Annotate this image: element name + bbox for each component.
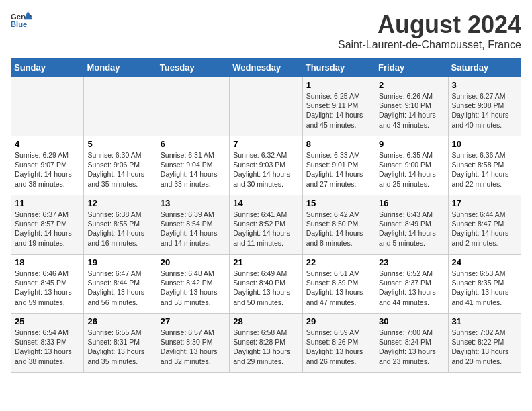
day-number: 15	[306, 198, 371, 208]
day-info: Sunrise: 6:39 AM Sunset: 8:54 PM Dayligh…	[161, 210, 226, 248]
day-info: Sunrise: 6:36 AM Sunset: 8:58 PM Dayligh…	[452, 150, 517, 189]
calendar-cell: 4Sunrise: 6:29 AM Sunset: 9:07 PM Daylig…	[11, 136, 84, 195]
calendar-cell: 25Sunrise: 6:54 AM Sunset: 8:33 PM Dayli…	[11, 314, 84, 373]
calendar-cell: 1Sunrise: 6:25 AM Sunset: 9:11 PM Daylig…	[302, 77, 375, 136]
calendar-cell: 18Sunrise: 6:46 AM Sunset: 8:45 PM Dayli…	[11, 255, 84, 314]
day-number: 3	[452, 80, 517, 90]
calendar-cell: 21Sunrise: 6:49 AM Sunset: 8:40 PM Dayli…	[230, 255, 302, 314]
weekday-header-tuesday: Tuesday	[157, 58, 229, 77]
day-number: 13	[161, 198, 226, 208]
weekday-header-friday: Friday	[375, 58, 448, 77]
calendar-cell: 20Sunrise: 6:48 AM Sunset: 8:42 PM Dayli…	[157, 255, 229, 314]
calendar-cell: 7Sunrise: 6:32 AM Sunset: 9:03 PM Daylig…	[230, 136, 302, 195]
day-info: Sunrise: 6:58 AM Sunset: 8:28 PM Dayligh…	[233, 328, 298, 366]
calendar-cell: 14Sunrise: 6:41 AM Sunset: 8:52 PM Dayli…	[230, 195, 302, 255]
day-info: Sunrise: 6:48 AM Sunset: 8:42 PM Dayligh…	[161, 269, 226, 307]
day-info: Sunrise: 6:57 AM Sunset: 8:30 PM Dayligh…	[161, 328, 226, 366]
day-number: 25	[15, 316, 80, 326]
header: General Blue August 2024 Saint-Laurent-d…	[11, 11, 521, 51]
day-number: 9	[379, 139, 444, 149]
day-info: Sunrise: 6:26 AM Sunset: 9:10 PM Dayligh…	[379, 91, 444, 130]
day-number: 5	[87, 139, 152, 149]
day-number: 10	[452, 139, 517, 149]
day-info: Sunrise: 6:29 AM Sunset: 9:07 PM Dayligh…	[15, 150, 80, 189]
day-number: 24	[452, 257, 517, 267]
day-number: 20	[161, 257, 226, 267]
day-number: 21	[233, 257, 298, 267]
day-info: Sunrise: 6:25 AM Sunset: 9:11 PM Dayligh…	[306, 91, 371, 130]
weekday-header-wednesday: Wednesday	[230, 58, 302, 77]
day-number: 29	[306, 316, 371, 326]
calendar-cell: 2Sunrise: 6:26 AM Sunset: 9:10 PM Daylig…	[375, 77, 448, 136]
day-number: 2	[379, 80, 444, 90]
day-number: 31	[452, 316, 517, 326]
calendar-cell: 19Sunrise: 6:47 AM Sunset: 8:44 PM Dayli…	[84, 255, 157, 314]
calendar-cell	[84, 77, 157, 136]
day-number: 18	[15, 257, 80, 267]
calendar-cell: 3Sunrise: 6:27 AM Sunset: 9:08 PM Daylig…	[448, 77, 521, 136]
day-number: 26	[87, 316, 152, 326]
day-info: Sunrise: 6:32 AM Sunset: 9:03 PM Dayligh…	[233, 150, 298, 189]
calendar-week-1: 1Sunrise: 6:25 AM Sunset: 9:11 PM Daylig…	[11, 77, 521, 136]
calendar-week-5: 25Sunrise: 6:54 AM Sunset: 8:33 PM Dayli…	[11, 314, 521, 373]
calendar-cell: 5Sunrise: 6:30 AM Sunset: 9:06 PM Daylig…	[84, 136, 157, 195]
calendar-cell: 6Sunrise: 6:31 AM Sunset: 9:04 PM Daylig…	[157, 136, 229, 195]
calendar-cell	[230, 77, 302, 136]
calendar-cell: 17Sunrise: 6:44 AM Sunset: 8:47 PM Dayli…	[448, 195, 521, 255]
calendar-cell: 23Sunrise: 6:52 AM Sunset: 8:37 PM Dayli…	[375, 255, 448, 314]
day-number: 27	[161, 316, 226, 326]
calendar-body: 1Sunrise: 6:25 AM Sunset: 9:11 PM Daylig…	[11, 77, 521, 373]
day-info: Sunrise: 6:41 AM Sunset: 8:52 PM Dayligh…	[233, 210, 298, 248]
day-info: Sunrise: 6:31 AM Sunset: 9:04 PM Dayligh…	[161, 150, 226, 189]
calendar-cell: 8Sunrise: 6:33 AM Sunset: 9:01 PM Daylig…	[302, 136, 375, 195]
calendar-table: SundayMondayTuesdayWednesdayThursdayFrid…	[11, 58, 521, 373]
day-number: 19	[87, 257, 152, 267]
calendar-cell	[11, 77, 84, 136]
day-number: 4	[15, 139, 80, 149]
day-info: Sunrise: 6:30 AM Sunset: 9:06 PM Dayligh…	[87, 150, 152, 189]
day-number: 6	[161, 139, 226, 149]
calendar-cell: 31Sunrise: 7:02 AM Sunset: 8:22 PM Dayli…	[448, 314, 521, 373]
calendar-cell: 15Sunrise: 6:42 AM Sunset: 8:50 PM Dayli…	[302, 195, 375, 255]
calendar-cell: 12Sunrise: 6:38 AM Sunset: 8:55 PM Dayli…	[84, 195, 157, 255]
day-number: 28	[233, 316, 298, 326]
calendar-cell: 24Sunrise: 6:53 AM Sunset: 8:35 PM Dayli…	[448, 255, 521, 314]
day-number: 22	[306, 257, 371, 267]
day-info: Sunrise: 6:54 AM Sunset: 8:33 PM Dayligh…	[15, 328, 80, 366]
day-number: 23	[379, 257, 444, 267]
day-number: 17	[452, 198, 517, 208]
calendar-cell: 26Sunrise: 6:55 AM Sunset: 8:31 PM Dayli…	[84, 314, 157, 373]
day-number: 16	[379, 198, 444, 208]
day-info: Sunrise: 6:43 AM Sunset: 8:49 PM Dayligh…	[379, 210, 444, 248]
logo: General Blue	[11, 11, 32, 30]
calendar-cell: 13Sunrise: 6:39 AM Sunset: 8:54 PM Dayli…	[157, 195, 229, 255]
day-info: Sunrise: 6:49 AM Sunset: 8:40 PM Dayligh…	[233, 269, 298, 307]
calendar-header-row: SundayMondayTuesdayWednesdayThursdayFrid…	[11, 58, 521, 77]
calendar-cell: 9Sunrise: 6:35 AM Sunset: 9:00 PM Daylig…	[375, 136, 448, 195]
day-number: 30	[379, 316, 444, 326]
calendar-cell: 11Sunrise: 6:37 AM Sunset: 8:57 PM Dayli…	[11, 195, 84, 255]
day-number: 12	[87, 198, 152, 208]
day-info: Sunrise: 6:42 AM Sunset: 8:50 PM Dayligh…	[306, 210, 371, 248]
weekday-header-sunday: Sunday	[11, 58, 84, 77]
day-info: Sunrise: 6:38 AM Sunset: 8:55 PM Dayligh…	[87, 210, 152, 248]
weekday-header-saturday: Saturday	[448, 58, 521, 77]
day-info: Sunrise: 6:46 AM Sunset: 8:45 PM Dayligh…	[15, 269, 80, 307]
svg-text:Blue: Blue	[11, 20, 27, 28]
day-number: 11	[15, 198, 80, 208]
day-number: 1	[306, 80, 371, 90]
day-info: Sunrise: 7:00 AM Sunset: 8:24 PM Dayligh…	[379, 328, 444, 366]
month-title: August 2024	[338, 11, 521, 39]
day-info: Sunrise: 6:51 AM Sunset: 8:39 PM Dayligh…	[306, 269, 371, 307]
calendar-cell: 29Sunrise: 6:59 AM Sunset: 8:26 PM Dayli…	[302, 314, 375, 373]
location-subtitle: Saint-Laurent-de-Chamousset, France	[338, 39, 521, 51]
calendar-cell: 22Sunrise: 6:51 AM Sunset: 8:39 PM Dayli…	[302, 255, 375, 314]
calendar-week-2: 4Sunrise: 6:29 AM Sunset: 9:07 PM Daylig…	[11, 136, 521, 195]
day-info: Sunrise: 6:47 AM Sunset: 8:44 PM Dayligh…	[87, 269, 152, 307]
logo-icon: General Blue	[11, 11, 32, 30]
day-info: Sunrise: 6:35 AM Sunset: 9:00 PM Dayligh…	[379, 150, 444, 189]
day-info: Sunrise: 6:33 AM Sunset: 9:01 PM Dayligh…	[306, 150, 371, 189]
day-number: 14	[233, 198, 298, 208]
calendar-cell: 30Sunrise: 7:00 AM Sunset: 8:24 PM Dayli…	[375, 314, 448, 373]
day-info: Sunrise: 6:59 AM Sunset: 8:26 PM Dayligh…	[306, 328, 371, 366]
